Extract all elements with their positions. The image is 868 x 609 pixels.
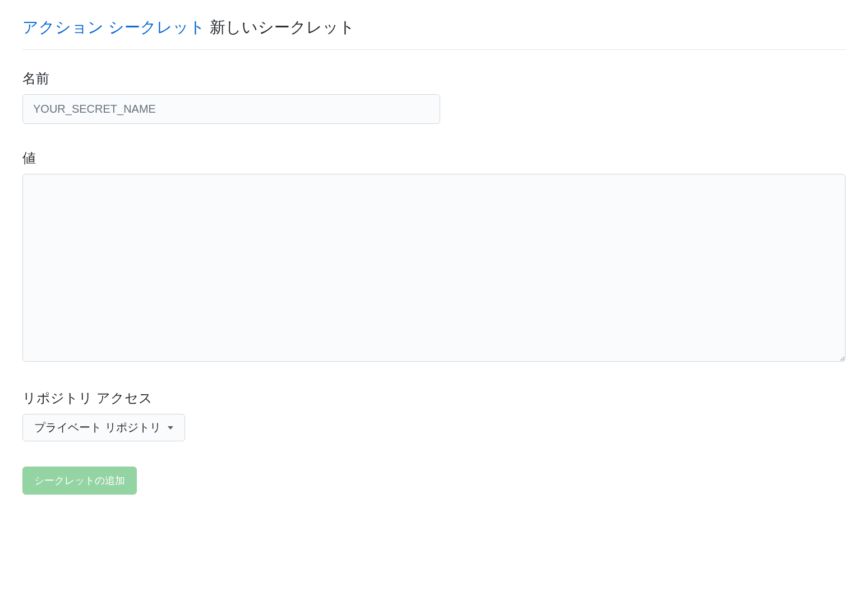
repo-access-label: リポジトリ アクセス xyxy=(22,389,846,407)
breadcrumb-link-actions-secrets[interactable]: アクション シークレット xyxy=(22,19,205,36)
repo-access-selected-text: プライベート リポジトリ xyxy=(34,420,161,435)
breadcrumb: アクション シークレット 新しいシークレット xyxy=(22,17,846,50)
value-textarea[interactable] xyxy=(22,174,846,362)
name-input[interactable] xyxy=(22,94,440,124)
repo-access-group: リポジトリ アクセス プライベート リポジトリ xyxy=(22,389,846,441)
submit-group: シークレットの追加 xyxy=(22,467,846,495)
name-field-group: 名前 xyxy=(22,70,846,124)
name-label: 名前 xyxy=(22,70,846,87)
repo-access-dropdown[interactable]: プライベート リポジトリ xyxy=(22,414,185,441)
add-secret-button[interactable]: シークレットの追加 xyxy=(22,467,137,495)
caret-down-icon xyxy=(168,426,173,430)
value-field-group: 値 xyxy=(22,149,846,364)
value-label: 値 xyxy=(22,149,846,167)
breadcrumb-current: 新しいシークレット xyxy=(210,19,355,36)
